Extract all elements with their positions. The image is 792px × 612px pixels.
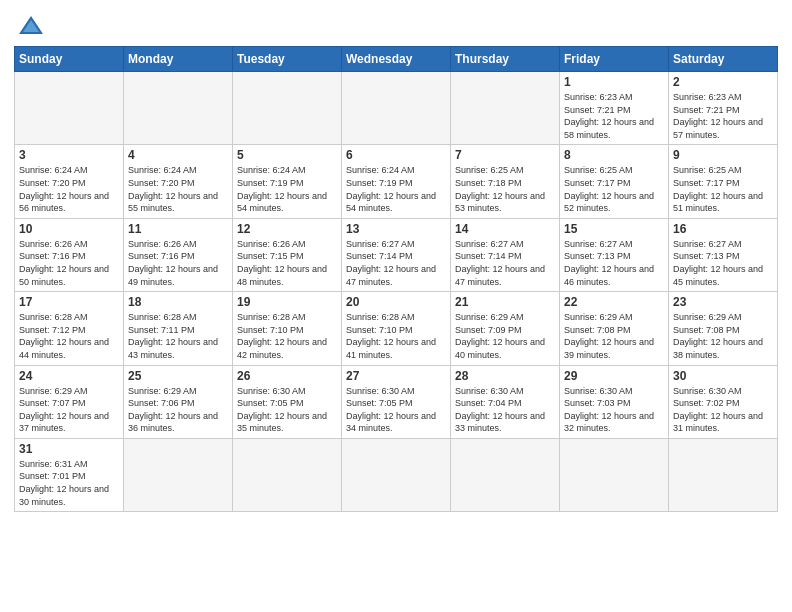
- calendar-header: SundayMondayTuesdayWednesdayThursdayFrid…: [15, 47, 778, 72]
- day-number: 31: [19, 442, 119, 456]
- day-info: Sunrise: 6:27 AM Sunset: 7:13 PM Dayligh…: [564, 238, 664, 288]
- day-number: 11: [128, 222, 228, 236]
- weekday-header-row: SundayMondayTuesdayWednesdayThursdayFrid…: [15, 47, 778, 72]
- calendar-cell: 2Sunrise: 6:23 AM Sunset: 7:21 PM Daylig…: [669, 72, 778, 145]
- weekday-sunday: Sunday: [15, 47, 124, 72]
- logo-icon: [17, 14, 45, 36]
- calendar-cell: 17Sunrise: 6:28 AM Sunset: 7:12 PM Dayli…: [15, 292, 124, 365]
- day-number: 18: [128, 295, 228, 309]
- day-number: 22: [564, 295, 664, 309]
- calendar-cell: 8Sunrise: 6:25 AM Sunset: 7:17 PM Daylig…: [560, 145, 669, 218]
- calendar-cell: 12Sunrise: 6:26 AM Sunset: 7:15 PM Dayli…: [233, 218, 342, 291]
- weekday-thursday: Thursday: [451, 47, 560, 72]
- calendar-cell: 13Sunrise: 6:27 AM Sunset: 7:14 PM Dayli…: [342, 218, 451, 291]
- day-number: 10: [19, 222, 119, 236]
- day-info: Sunrise: 6:28 AM Sunset: 7:10 PM Dayligh…: [237, 311, 337, 361]
- day-number: 5: [237, 148, 337, 162]
- day-info: Sunrise: 6:29 AM Sunset: 7:06 PM Dayligh…: [128, 385, 228, 435]
- page: SundayMondayTuesdayWednesdayThursdayFrid…: [0, 0, 792, 612]
- day-number: 7: [455, 148, 555, 162]
- calendar-cell: 4Sunrise: 6:24 AM Sunset: 7:20 PM Daylig…: [124, 145, 233, 218]
- day-info: Sunrise: 6:28 AM Sunset: 7:11 PM Dayligh…: [128, 311, 228, 361]
- calendar-cell: 31Sunrise: 6:31 AM Sunset: 7:01 PM Dayli…: [15, 438, 124, 511]
- calendar-cell: 10Sunrise: 6:26 AM Sunset: 7:16 PM Dayli…: [15, 218, 124, 291]
- calendar-week-1: 1Sunrise: 6:23 AM Sunset: 7:21 PM Daylig…: [15, 72, 778, 145]
- day-number: 29: [564, 369, 664, 383]
- day-number: 12: [237, 222, 337, 236]
- weekday-wednesday: Wednesday: [342, 47, 451, 72]
- day-number: 1: [564, 75, 664, 89]
- calendar-cell: 15Sunrise: 6:27 AM Sunset: 7:13 PM Dayli…: [560, 218, 669, 291]
- calendar-cell: 28Sunrise: 6:30 AM Sunset: 7:04 PM Dayli…: [451, 365, 560, 438]
- calendar-cell: 7Sunrise: 6:25 AM Sunset: 7:18 PM Daylig…: [451, 145, 560, 218]
- day-number: 30: [673, 369, 773, 383]
- calendar-cell: 14Sunrise: 6:27 AM Sunset: 7:14 PM Dayli…: [451, 218, 560, 291]
- calendar-cell: 9Sunrise: 6:25 AM Sunset: 7:17 PM Daylig…: [669, 145, 778, 218]
- calendar-cell: [451, 438, 560, 511]
- day-info: Sunrise: 6:25 AM Sunset: 7:17 PM Dayligh…: [564, 164, 664, 214]
- day-info: Sunrise: 6:29 AM Sunset: 7:07 PM Dayligh…: [19, 385, 119, 435]
- day-info: Sunrise: 6:27 AM Sunset: 7:14 PM Dayligh…: [346, 238, 446, 288]
- calendar-cell: [342, 72, 451, 145]
- day-number: 16: [673, 222, 773, 236]
- day-info: Sunrise: 6:24 AM Sunset: 7:19 PM Dayligh…: [346, 164, 446, 214]
- calendar-week-6: 31Sunrise: 6:31 AM Sunset: 7:01 PM Dayli…: [15, 438, 778, 511]
- day-info: Sunrise: 6:29 AM Sunset: 7:09 PM Dayligh…: [455, 311, 555, 361]
- day-info: Sunrise: 6:24 AM Sunset: 7:19 PM Dayligh…: [237, 164, 337, 214]
- calendar-cell: 6Sunrise: 6:24 AM Sunset: 7:19 PM Daylig…: [342, 145, 451, 218]
- calendar-cell: 22Sunrise: 6:29 AM Sunset: 7:08 PM Dayli…: [560, 292, 669, 365]
- calendar-cell: [451, 72, 560, 145]
- day-number: 23: [673, 295, 773, 309]
- weekday-tuesday: Tuesday: [233, 47, 342, 72]
- calendar-cell: [669, 438, 778, 511]
- day-number: 14: [455, 222, 555, 236]
- calendar-week-4: 17Sunrise: 6:28 AM Sunset: 7:12 PM Dayli…: [15, 292, 778, 365]
- day-info: Sunrise: 6:28 AM Sunset: 7:12 PM Dayligh…: [19, 311, 119, 361]
- calendar-cell: 24Sunrise: 6:29 AM Sunset: 7:07 PM Dayli…: [15, 365, 124, 438]
- day-number: 28: [455, 369, 555, 383]
- day-number: 19: [237, 295, 337, 309]
- calendar-cell: 5Sunrise: 6:24 AM Sunset: 7:19 PM Daylig…: [233, 145, 342, 218]
- calendar-cell: 16Sunrise: 6:27 AM Sunset: 7:13 PM Dayli…: [669, 218, 778, 291]
- calendar-cell: 25Sunrise: 6:29 AM Sunset: 7:06 PM Dayli…: [124, 365, 233, 438]
- day-number: 15: [564, 222, 664, 236]
- calendar-cell: 18Sunrise: 6:28 AM Sunset: 7:11 PM Dayli…: [124, 292, 233, 365]
- calendar-cell: 21Sunrise: 6:29 AM Sunset: 7:09 PM Dayli…: [451, 292, 560, 365]
- logo-area: [14, 10, 45, 40]
- day-info: Sunrise: 6:24 AM Sunset: 7:20 PM Dayligh…: [128, 164, 228, 214]
- calendar-cell: [15, 72, 124, 145]
- calendar-cell: 30Sunrise: 6:30 AM Sunset: 7:02 PM Dayli…: [669, 365, 778, 438]
- calendar-cell: [124, 438, 233, 511]
- calendar-cell: 19Sunrise: 6:28 AM Sunset: 7:10 PM Dayli…: [233, 292, 342, 365]
- calendar-table: SundayMondayTuesdayWednesdayThursdayFrid…: [14, 46, 778, 512]
- day-number: 8: [564, 148, 664, 162]
- day-info: Sunrise: 6:30 AM Sunset: 7:05 PM Dayligh…: [237, 385, 337, 435]
- weekday-monday: Monday: [124, 47, 233, 72]
- day-number: 6: [346, 148, 446, 162]
- calendar-cell: 23Sunrise: 6:29 AM Sunset: 7:08 PM Dayli…: [669, 292, 778, 365]
- day-info: Sunrise: 6:30 AM Sunset: 7:03 PM Dayligh…: [564, 385, 664, 435]
- day-info: Sunrise: 6:26 AM Sunset: 7:15 PM Dayligh…: [237, 238, 337, 288]
- day-info: Sunrise: 6:27 AM Sunset: 7:14 PM Dayligh…: [455, 238, 555, 288]
- day-number: 17: [19, 295, 119, 309]
- day-number: 20: [346, 295, 446, 309]
- day-info: Sunrise: 6:27 AM Sunset: 7:13 PM Dayligh…: [673, 238, 773, 288]
- day-info: Sunrise: 6:23 AM Sunset: 7:21 PM Dayligh…: [564, 91, 664, 141]
- calendar-cell: 20Sunrise: 6:28 AM Sunset: 7:10 PM Dayli…: [342, 292, 451, 365]
- day-info: Sunrise: 6:29 AM Sunset: 7:08 PM Dayligh…: [673, 311, 773, 361]
- day-info: Sunrise: 6:31 AM Sunset: 7:01 PM Dayligh…: [19, 458, 119, 508]
- day-number: 26: [237, 369, 337, 383]
- day-info: Sunrise: 6:25 AM Sunset: 7:18 PM Dayligh…: [455, 164, 555, 214]
- weekday-saturday: Saturday: [669, 47, 778, 72]
- day-info: Sunrise: 6:30 AM Sunset: 7:04 PM Dayligh…: [455, 385, 555, 435]
- day-number: 2: [673, 75, 773, 89]
- calendar-week-3: 10Sunrise: 6:26 AM Sunset: 7:16 PM Dayli…: [15, 218, 778, 291]
- calendar-cell: [233, 72, 342, 145]
- day-number: 3: [19, 148, 119, 162]
- day-info: Sunrise: 6:30 AM Sunset: 7:02 PM Dayligh…: [673, 385, 773, 435]
- calendar-cell: [233, 438, 342, 511]
- calendar-cell: [124, 72, 233, 145]
- calendar-cell: 29Sunrise: 6:30 AM Sunset: 7:03 PM Dayli…: [560, 365, 669, 438]
- calendar-cell: 26Sunrise: 6:30 AM Sunset: 7:05 PM Dayli…: [233, 365, 342, 438]
- calendar-cell: 27Sunrise: 6:30 AM Sunset: 7:05 PM Dayli…: [342, 365, 451, 438]
